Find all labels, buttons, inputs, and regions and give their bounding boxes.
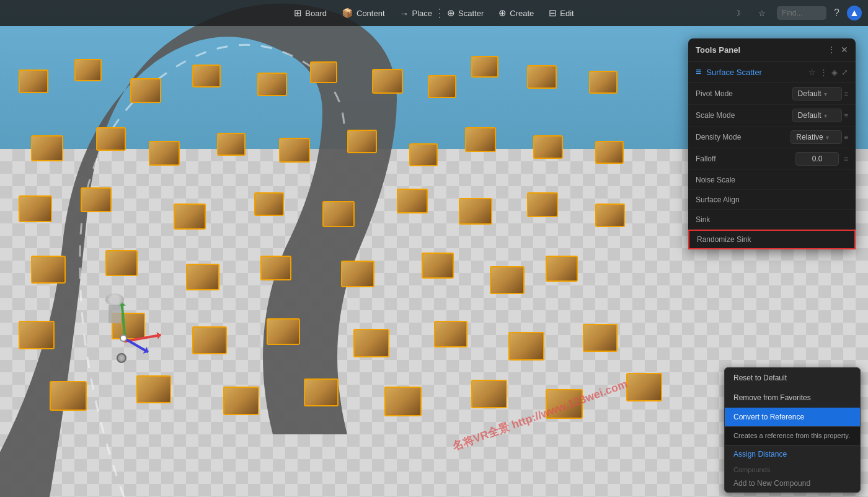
- box-item: [471, 56, 498, 78]
- sink-label: Sink: [696, 215, 710, 224]
- box-item: [490, 266, 525, 294]
- topbar-item-edit[interactable]: ⊟ Edit: [542, 5, 580, 21]
- scale-mode-dropdown[interactable]: Default ▾: [792, 109, 842, 122]
- topbar-label-place: Place: [412, 9, 433, 18]
- box-item: [527, 192, 558, 217]
- box-item: [81, 187, 112, 212]
- box-item: [533, 135, 563, 159]
- list-icon: ≡: [696, 66, 701, 78]
- box-item: [422, 253, 454, 279]
- falloff-label: Falloff: [696, 154, 715, 163]
- topbar-item-place[interactable]: → Place: [394, 6, 439, 21]
- box-item: [347, 130, 377, 153]
- add-compound-button[interactable]: Add to New Compound: [725, 475, 860, 492]
- scatter-tool-icon: [102, 286, 127, 323]
- box-item: [304, 378, 339, 406]
- moon-icon: ☽: [728, 6, 747, 20]
- subheader-settings-icon[interactable]: ⋮: [820, 68, 828, 77]
- box-item: [546, 389, 583, 419]
- box-item: [19, 69, 48, 93]
- topbar: ⋮ ⊞ Board 📦 Content → Place ⊕ Scatter ⊕ …: [0, 0, 868, 26]
- panel-header-icons: ⋮ ✕: [827, 45, 848, 55]
- compounds-header: Compounds: [725, 463, 860, 475]
- box-item: [31, 135, 63, 161]
- box-item: [174, 204, 206, 230]
- subheader-pin-icon[interactable]: ◈: [831, 68, 838, 77]
- scale-mode-label: Scale Mode: [696, 111, 735, 120]
- pivot-mode-control: Default ▾ ≡: [792, 87, 848, 101]
- falloff-control: ≡: [795, 152, 848, 166]
- topbar-item-board[interactable]: ⊞ Board: [288, 5, 333, 21]
- box-item: [626, 373, 662, 401]
- help-icon[interactable]: ?: [831, 5, 842, 21]
- scale-mode-value: Default: [798, 111, 822, 120]
- panel-subtitle: Surface Scatter: [706, 68, 804, 77]
- ctx-remove-favorites[interactable]: Remove from Favorites: [725, 388, 860, 408]
- ctx-reset-default[interactable]: Reset to Default: [725, 368, 860, 388]
- pivot-mode-lines[interactable]: ≡: [844, 90, 848, 97]
- density-mode-lines[interactable]: ≡: [844, 133, 848, 141]
- box-item: [74, 59, 102, 81]
- find-input[interactable]: [777, 6, 826, 20]
- prop-row-sink: Sink: [688, 210, 856, 230]
- panel-subheader: ≡ Surface Scatter ☆ ⋮ ◈ ⤢: [688, 61, 856, 83]
- scatter-icon-body: [108, 305, 121, 323]
- box-item: [353, 329, 389, 357]
- prop-row-randomize-sink: Randomize Sink Reset to Default Remove f…: [688, 230, 856, 249]
- falloff-lines[interactable]: ≡: [844, 154, 848, 163]
- assign-label: Assign: [733, 450, 756, 459]
- topbar-drag-handle: ⋮: [434, 6, 445, 20]
- panel-more-button[interactable]: ⋮: [827, 45, 836, 55]
- ctx-convert-reference[interactable]: Convert to Reference: [725, 408, 860, 426]
- box-item: [397, 189, 428, 213]
- box-item: [372, 69, 403, 94]
- prop-row-scale-mode: Scale Mode Default ▾ ≡: [688, 105, 856, 127]
- scale-dropdown-arrow: ▾: [824, 112, 827, 119]
- subheader-star-icon[interactable]: ☆: [808, 68, 816, 77]
- assign-link[interactable]: Distance: [758, 450, 787, 459]
- panel-close-button[interactable]: ✕: [841, 45, 848, 55]
- topbar-item-content[interactable]: 📦 Content: [335, 5, 391, 21]
- pivot-mode-dropdown[interactable]: Default ▾: [792, 87, 842, 101]
- noise-scale-label: Noise Scale: [696, 176, 735, 184]
- tools-panel: Tools Panel ⋮ ✕ ≡ Surface Scatter ☆ ⋮ ◈ …: [688, 38, 856, 249]
- topbar-item-scatter[interactable]: ⊕ Scatter: [441, 5, 490, 21]
- box-item: [267, 318, 300, 345]
- density-mode-control: Relative ▾ ≡: [790, 130, 848, 144]
- box-item: [149, 141, 180, 166]
- box-item: [310, 61, 337, 83]
- density-mode-dropdown[interactable]: Relative ▾: [790, 130, 841, 144]
- box-item: [223, 387, 259, 415]
- content-icon: 📦: [342, 7, 353, 19]
- box-item: [254, 192, 284, 216]
- edit-icon: ⊟: [549, 7, 557, 19]
- box-item: [589, 71, 618, 94]
- gizmo-origin: [120, 334, 127, 342]
- box-item: [130, 78, 161, 103]
- pivot-mode-value: Default: [798, 89, 822, 98]
- falloff-input[interactable]: [795, 152, 839, 166]
- box-item: [409, 143, 438, 166]
- box-item: [19, 321, 55, 349]
- create-icon: ⊕: [498, 7, 507, 19]
- assign-row[interactable]: Assign Distance: [725, 445, 860, 463]
- user-icon[interactable]: ▲: [847, 6, 862, 20]
- topbar-label-create: Create: [510, 9, 534, 18]
- subheader-expand-icon[interactable]: ⤢: [841, 68, 848, 77]
- box-item: [31, 256, 66, 284]
- pivot-mode-label: Pivot Mode: [696, 89, 733, 98]
- subheader-icons: ☆ ⋮ ◈ ⤢: [808, 68, 848, 77]
- box-item: [322, 201, 355, 227]
- scatter-icon-head: [105, 293, 124, 306]
- topbar-item-create[interactable]: ⊕ Create: [492, 5, 540, 21]
- density-dropdown-arrow: ▾: [826, 134, 829, 141]
- box-item: [192, 326, 227, 354]
- ctx-tooltip: Creates a reference from this property.: [733, 432, 850, 439]
- topbar-right: ☽ ☆ ? ▲: [728, 5, 862, 21]
- box-item: [434, 321, 467, 347]
- surface-align-label: Surface Align: [696, 195, 740, 204]
- box-item: [583, 324, 618, 352]
- box-item: [595, 141, 624, 164]
- scale-mode-lines[interactable]: ≡: [844, 112, 848, 119]
- box-item: [105, 250, 138, 276]
